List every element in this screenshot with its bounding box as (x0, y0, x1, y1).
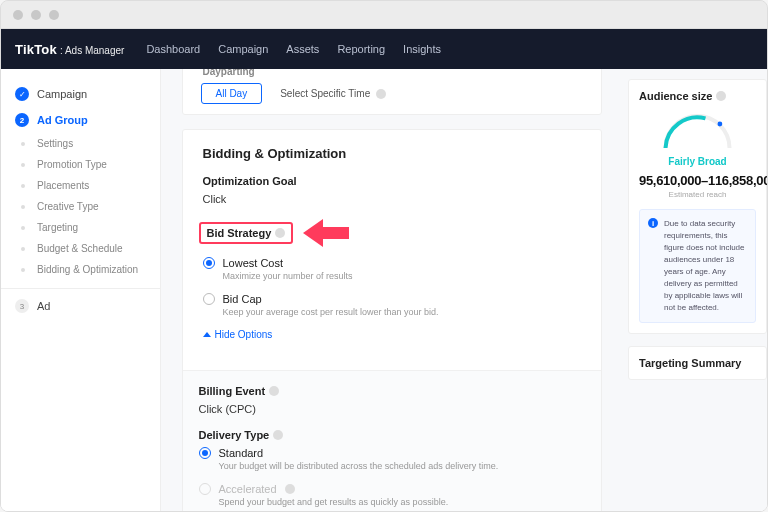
radio-accelerated: Accelerated (199, 483, 585, 495)
brand: TikTok: Ads Manager (15, 42, 124, 57)
bid-cap-label: Bid Cap (223, 293, 262, 305)
hide-options-link[interactable]: Hide Options (203, 329, 581, 340)
sidebar-sub-budget-schedule[interactable]: Budget & Schedule (1, 238, 160, 259)
main-column: Dayparting All Day Select Specific Time … (161, 69, 622, 511)
targeting-summary-card[interactable]: Targeting Summary (628, 346, 767, 380)
app-root: TikTok: Ads Manager Dashboard Campaign A… (1, 29, 767, 511)
radio-disabled-icon (199, 483, 211, 495)
sidebar-step-adgroup[interactable]: 2 Ad Group (1, 107, 160, 133)
radio-unchecked-icon (203, 293, 215, 305)
sidebar-sub-placements[interactable]: Placements (1, 175, 160, 196)
browser-window: TikTok: Ads Manager Dashboard Campaign A… (0, 0, 768, 512)
check-icon: ✓ (15, 87, 29, 101)
billing-event-value: Click (CPC) (199, 403, 585, 415)
accelerated-sub: Spend your budget and get results as qui… (219, 497, 585, 507)
nav-campaign[interactable]: Campaign (218, 43, 268, 55)
audience-band: Fairly Broad (639, 156, 756, 167)
chevron-up-icon (203, 332, 211, 337)
window-dot (13, 10, 23, 20)
nav-dashboard[interactable]: Dashboard (146, 43, 200, 55)
top-navbar: TikTok: Ads Manager Dashboard Campaign A… (1, 29, 767, 69)
step-3-icon: 3 (15, 299, 29, 313)
audience-note: i Due to data security requirements, thi… (639, 209, 756, 323)
optimization-goal-label: Optimization Goal (203, 175, 581, 187)
audience-title: Audience size (639, 90, 756, 102)
optimization-goal-value: Click (203, 193, 581, 205)
brand-name: TikTok (15, 42, 57, 57)
bid-cap-sub: Keep your average cost per result lower … (223, 307, 581, 317)
delivery-type-label: Delivery Type (199, 429, 585, 441)
help-icon (285, 484, 295, 494)
radio-standard[interactable]: Standard (199, 447, 585, 459)
nav-reporting[interactable]: Reporting (337, 43, 385, 55)
dayparting-specific-time[interactable]: Select Specific Time (280, 88, 386, 99)
help-icon (269, 386, 279, 396)
radio-lowest-cost[interactable]: Lowest Cost (203, 257, 581, 269)
audience-sub: Estimated reach (639, 190, 756, 199)
bid-strategy-label: Bid Strategy (207, 227, 272, 239)
sidebar-sub-targeting[interactable]: Targeting (1, 217, 160, 238)
dayparting-heading: Dayparting (183, 69, 601, 83)
help-icon (275, 228, 285, 238)
bid-strategy-label-box: Bid Strategy (199, 222, 294, 244)
dayparting-card: Dayparting All Day Select Specific Time (182, 69, 602, 115)
sidebar-step-label: Ad Group (37, 114, 88, 126)
window-titlebar (1, 1, 767, 29)
accelerated-label: Accelerated (219, 483, 277, 495)
radio-bid-cap[interactable]: Bid Cap (203, 293, 581, 305)
dayparting-specific-label: Select Specific Time (280, 88, 370, 99)
window-dot (49, 10, 59, 20)
bid-strategy-highlight: Bid Strategy (199, 219, 585, 247)
sidebar-sub-creative-type[interactable]: Creative Type (1, 196, 160, 217)
targeting-summary-title: Targeting Summary (639, 357, 756, 369)
sidebar-step-ad[interactable]: 3 Ad (1, 288, 160, 319)
lowest-cost-label: Lowest Cost (223, 257, 284, 269)
audience-note-text: Due to data security requirements, this … (664, 218, 747, 314)
dayparting-options: All Day Select Specific Time (183, 83, 601, 104)
sidebar-step-label: Ad (37, 300, 50, 312)
bidding-title: Bidding & Optimization (203, 146, 581, 161)
sidebar-sub-bidding[interactable]: Bidding & Optimization (1, 259, 160, 280)
bidding-card: Bidding & Optimization Optimization Goal… (182, 129, 602, 511)
app-body: ✓ Campaign 2 Ad Group Settings Promotion… (1, 69, 767, 511)
help-icon (716, 91, 726, 101)
billing-event-label: Billing Event (199, 385, 585, 397)
standard-label: Standard (219, 447, 264, 459)
right-column: Audience size Fairly Broad 95,610,000–11… (622, 69, 767, 511)
sidebar-sub-promotion-type[interactable]: Promotion Type (1, 154, 160, 175)
highlight-arrow-icon (301, 219, 349, 247)
step-2-icon: 2 (15, 113, 29, 127)
dayparting-all-day[interactable]: All Day (201, 83, 263, 104)
audience-gauge (639, 112, 756, 152)
audience-count: 95,610,000–116,858,000 (639, 173, 756, 188)
billing-delivery-inset: Billing Event Click (CPC) Delivery Type … (183, 370, 601, 511)
window-dot (31, 10, 41, 20)
brand-sub: : Ads Manager (60, 45, 124, 56)
sidebar-step-campaign[interactable]: ✓ Campaign (1, 81, 160, 107)
standard-sub: Your budget will be distributed across t… (219, 461, 585, 471)
help-icon (376, 89, 386, 99)
campaign-sidebar: ✓ Campaign 2 Ad Group Settings Promotion… (1, 69, 161, 511)
info-icon: i (648, 218, 658, 228)
svg-point-0 (718, 122, 723, 127)
nav-insights[interactable]: Insights (403, 43, 441, 55)
help-icon (273, 430, 283, 440)
radio-checked-icon (203, 257, 215, 269)
radio-checked-icon (199, 447, 211, 459)
sidebar-sub-settings[interactable]: Settings (1, 133, 160, 154)
top-nav-links: Dashboard Campaign Assets Reporting Insi… (146, 43, 441, 55)
lowest-cost-sub: Maximize your number of results (223, 271, 581, 281)
audience-card: Audience size Fairly Broad 95,610,000–11… (628, 79, 767, 334)
sidebar-step-label: Campaign (37, 88, 87, 100)
nav-assets[interactable]: Assets (286, 43, 319, 55)
